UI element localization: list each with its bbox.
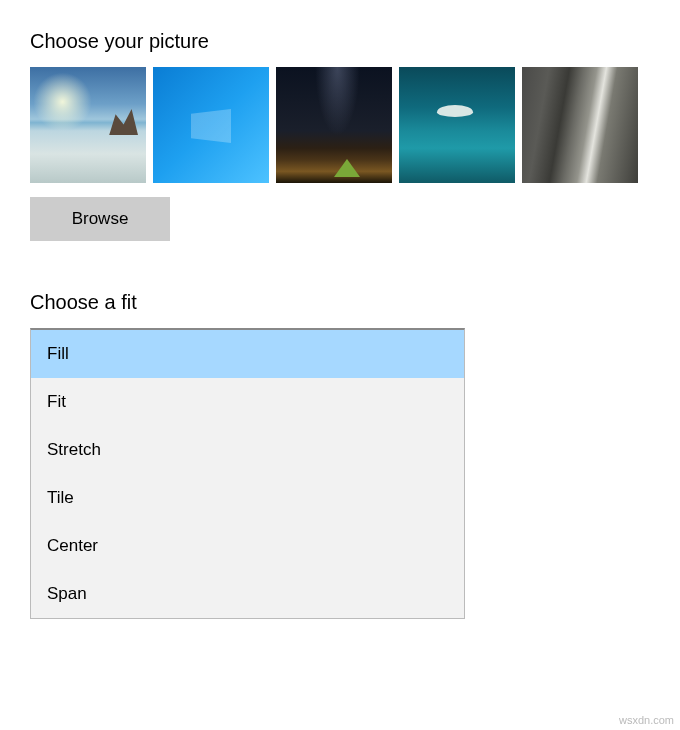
picture-thumbnail[interactable] bbox=[153, 67, 269, 183]
picture-thumbnail[interactable] bbox=[522, 67, 638, 183]
picture-thumbnail[interactable] bbox=[399, 67, 515, 183]
fit-option-tile[interactable]: Tile bbox=[31, 474, 464, 522]
choose-fit-label: Choose a fit bbox=[30, 291, 650, 314]
fit-option-fit[interactable]: Fit bbox=[31, 378, 464, 426]
picture-thumbnail[interactable] bbox=[30, 67, 146, 183]
picture-thumbnail-row bbox=[30, 67, 650, 183]
watermark-text: wsxdn.com bbox=[619, 714, 674, 726]
fit-option-fill[interactable]: Fill bbox=[31, 330, 464, 378]
fit-option-stretch[interactable]: Stretch bbox=[31, 426, 464, 474]
browse-button[interactable]: Browse bbox=[30, 197, 170, 241]
fit-option-center[interactable]: Center bbox=[31, 522, 464, 570]
fit-option-span[interactable]: Span bbox=[31, 570, 464, 618]
fit-dropdown[interactable]: Fill Fit Stretch Tile Center Span bbox=[30, 328, 465, 619]
choose-picture-label: Choose your picture bbox=[30, 30, 650, 53]
picture-thumbnail[interactable] bbox=[276, 67, 392, 183]
